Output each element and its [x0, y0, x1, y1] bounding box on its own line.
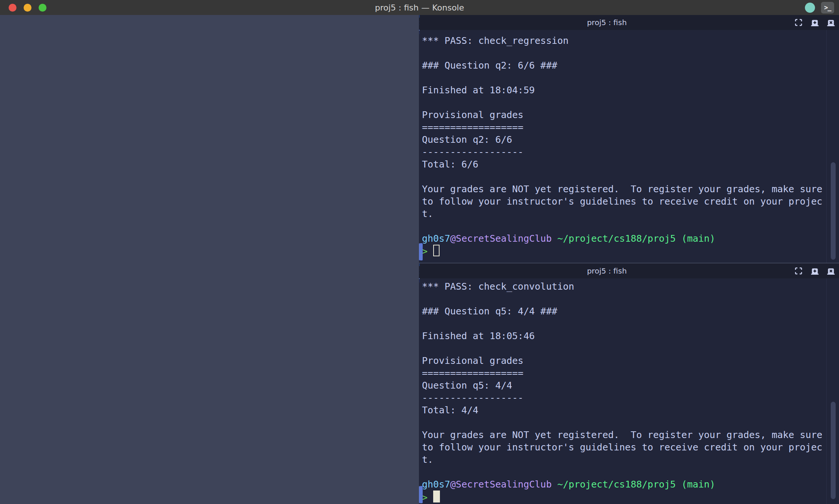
pane-header-icons [794, 266, 839, 276]
terminal-line: Provisional grades [422, 109, 824, 121]
pane-grid: proj5 : fish [0, 15, 839, 504]
pane-title: proj5 : fish [420, 266, 794, 275]
prompt-char: > [422, 246, 433, 257]
window-title: proj5 : fish — Konsole [0, 3, 839, 12]
scrollbar[interactable] [826, 278, 839, 504]
prompt-user: gh0s7 [422, 479, 450, 490]
close-pane-icon[interactable] [826, 266, 836, 276]
pane-divider-vertical[interactable] [0, 15, 419, 263]
input-line: > [422, 245, 824, 257]
prompt-line: gh0s7@SecretSealingClub ~/project/cs188/… [422, 478, 824, 491]
terminal-line: ================== [422, 367, 824, 379]
konsole-window: proj5 : fish — Konsole >_ proj5 : fish [0, 0, 839, 504]
minimize-window-button[interactable] [24, 4, 31, 12]
terminal-line [422, 317, 824, 330]
terminal-line [422, 47, 824, 59]
maximize-pane-icon[interactable] [794, 266, 803, 276]
terminal-line: Question q5: 4/4 [422, 379, 824, 392]
terminal-line: ================== [422, 121, 824, 133]
split-new-window-icon[interactable] [810, 266, 820, 276]
prompt-path: ~/project/cs188/proj5 [557, 233, 676, 244]
terminal-line: ------------------ [422, 146, 824, 158]
prompt-user: gh0s7 [422, 233, 450, 244]
pane-header-icons [794, 18, 839, 27]
titlebar-right: >_ [805, 2, 839, 13]
split-new-window-icon[interactable] [810, 18, 820, 27]
prompt-char: > [422, 492, 433, 503]
terminal-line: *** PASS: check_regression [422, 34, 824, 47]
prompt-at: @ [450, 479, 456, 490]
terminal-line [422, 342, 824, 354]
terminal-line [422, 293, 824, 305]
terminal-cursor [433, 245, 440, 256]
terminal-line [422, 72, 824, 84]
terminal-line: t. [422, 453, 824, 466]
pane-header[interactable]: proj5 : fish [420, 263, 839, 278]
terminal-line: *** PASS: check_convolution [422, 280, 824, 293]
terminal-line: Your grades are NOT yet registered. To r… [422, 429, 824, 441]
terminal-line: Provisional grades [422, 354, 824, 367]
prompt-git-branch: (main) [681, 233, 715, 244]
terminal-output[interactable]: *** PASS: check_regression ### Question … [420, 30, 839, 257]
terminal-output[interactable]: *** PASS: check_convolution ### Question… [420, 278, 839, 503]
prompt-host: SecretSealingClub [456, 479, 552, 490]
scrollbar-thumb[interactable] [831, 162, 836, 260]
pane-divider-vertical[interactable] [0, 263, 419, 504]
prompt-line: gh0s7@SecretSealingClub ~/project/cs188/… [422, 232, 824, 245]
prompt-position-marker [420, 243, 423, 260]
maximize-pane-icon[interactable] [794, 18, 803, 27]
pane-header[interactable]: proj5 : fish [420, 15, 839, 30]
prompt-git-branch: (main) [681, 479, 715, 490]
terminal-line: Your grades are NOT yet registered. To r… [422, 183, 824, 195]
prompt-host: SecretSealingClub [456, 233, 552, 244]
terminal-line: Finished at 18:05:46 [422, 330, 824, 342]
konsole-app-icon: >_ [821, 2, 834, 13]
terminal-line [422, 170, 824, 183]
terminal-line: ### Question q5: 4/4 ### [422, 305, 824, 317]
terminal-line: to follow your instructor's guidelines t… [422, 195, 824, 208]
zoom-window-button[interactable] [39, 4, 46, 12]
terminal-line [422, 466, 824, 478]
terminal-line: ------------------ [422, 392, 824, 404]
terminal-line [422, 96, 824, 109]
terminal-line: Question q2: 6/6 [422, 133, 824, 146]
terminal-pane-top-right[interactable]: proj5 : fish [420, 15, 839, 263]
terminal-line: t. [422, 208, 824, 220]
prompt-position-marker [420, 486, 423, 503]
scrollbar-thumb[interactable] [831, 402, 836, 499]
window-titlebar[interactable]: proj5 : fish — Konsole >_ [0, 0, 839, 15]
traffic-lights [0, 4, 46, 12]
prompt-at: @ [450, 233, 456, 244]
terminal-line: ### Question q2: 6/6 ### [422, 59, 824, 72]
terminal-line: Finished at 18:04:59 [422, 84, 824, 96]
close-window-button[interactable] [9, 4, 16, 12]
terminal-line: to follow your instructor's guidelines t… [422, 441, 824, 453]
scrollbar[interactable] [826, 30, 839, 263]
status-dot-icon [805, 3, 815, 13]
terminal-line: Total: 4/4 [422, 404, 824, 416]
input-line: > [422, 491, 824, 503]
close-pane-icon[interactable] [826, 18, 836, 27]
terminal-line [422, 220, 824, 232]
terminal-pane-bottom-right[interactable]: proj5 : fish [420, 263, 839, 504]
pane-title: proj5 : fish [420, 18, 794, 27]
terminal-cursor [433, 491, 440, 503]
terminal-line [422, 416, 824, 429]
terminal-line: Total: 6/6 [422, 158, 824, 170]
prompt-path: ~/project/cs188/proj5 [557, 479, 676, 490]
